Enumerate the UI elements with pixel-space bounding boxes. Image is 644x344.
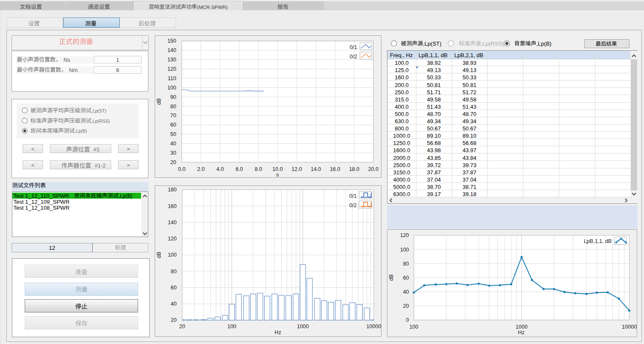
svg-text:48.70: 48.70: [462, 111, 477, 117]
svg-text:51.43: 51.43: [427, 104, 441, 110]
svg-text:315.0: 315.0: [395, 96, 409, 103]
svg-text:Freq., Hz: Freq., Hz: [390, 52, 413, 58]
svg-text:6300.0: 6300.0: [393, 191, 410, 197]
svg-text:5000.0: 5000.0: [393, 184, 410, 190]
svg-text:50.33: 50.33: [462, 74, 477, 81]
svg-text:250.0: 250.0: [395, 89, 409, 95]
svg-text:89.10: 89.10: [427, 133, 441, 139]
svg-text:38.70: 38.70: [427, 184, 441, 190]
svg-text:<: <: [31, 162, 35, 168]
svg-text:56.68: 56.68: [462, 140, 477, 146]
svg-text:38.71: 38.71: [462, 184, 477, 190]
svg-text:#1: #1: [93, 146, 99, 153]
svg-text:37.87: 37.87: [462, 169, 477, 176]
svg-text:#1-2: #1-2: [95, 162, 106, 169]
svg-text:56.68: 56.68: [427, 140, 441, 146]
svg-text:50.67: 50.67: [462, 125, 477, 132]
svg-text:50.33: 50.33: [427, 74, 441, 81]
svg-text:51.72: 51.72: [462, 89, 477, 95]
svg-text:160.0: 160.0: [395, 74, 409, 81]
svg-text:1000.0: 1000.0: [393, 133, 410, 139]
svg-text:50.81: 50.81: [462, 82, 477, 88]
svg-text:89.10: 89.10: [462, 133, 477, 139]
svg-text:(MCR-SPWR): (MCR-SPWR): [197, 5, 228, 10]
svg-text:Test 1_12_110_SPWR: Test 1_12_110_SPWR: [14, 193, 69, 199]
svg-text:49.58: 49.58: [427, 96, 441, 103]
svg-text:,Lp(ST): ,Lp(ST): [423, 40, 442, 47]
svg-text:,Lp(B): ,Lp(B): [75, 128, 87, 133]
svg-text:630.0: 630.0: [395, 118, 409, 124]
svg-text:,Lp(B): ,Lp(B): [537, 40, 552, 47]
svg-text:,Lp(B): ,Lp(B): [118, 193, 133, 199]
svg-text:200.0: 200.0: [395, 82, 409, 88]
svg-text:43.98: 43.98: [427, 147, 441, 153]
svg-text:>: >: [127, 162, 130, 168]
svg-text:43.85: 43.85: [427, 155, 441, 161]
svg-text:Test 1_12_108_SPWR: Test 1_12_108_SPWR: [14, 205, 70, 211]
svg-text:3150.0: 3150.0: [393, 169, 410, 176]
svg-text:500.0: 500.0: [395, 111, 409, 117]
svg-text:37.04: 37.04: [462, 176, 477, 183]
svg-text:50.67: 50.67: [427, 125, 441, 132]
svg-text:49.13: 49.13: [462, 67, 477, 73]
svg-text:125.0: 125.0: [395, 67, 409, 73]
svg-text:1250.0: 1250.0: [393, 140, 410, 146]
svg-text:51.43: 51.43: [462, 104, 477, 110]
svg-text:LpB,1,1, dB: LpB,1,1, dB: [419, 52, 448, 58]
svg-text:Nm: Nm: [69, 67, 78, 73]
svg-text:48.70: 48.70: [427, 111, 441, 117]
svg-text:2000.0: 2000.0: [393, 155, 410, 161]
svg-text:38.92: 38.92: [427, 60, 441, 66]
svg-text:>: >: [127, 146, 130, 152]
svg-text:50.81: 50.81: [427, 82, 441, 88]
svg-text:,Lp(ST): ,Lp(ST): [92, 108, 107, 113]
svg-text:49.34: 49.34: [427, 118, 441, 124]
svg-text:49.58: 49.58: [462, 96, 477, 103]
svg-text:Test 1_12_109_SPWR: Test 1_12_109_SPWR: [14, 199, 70, 205]
svg-text:,Lp(RSS): ,Lp(RSS): [92, 119, 110, 124]
svg-text:37.04: 37.04: [427, 176, 441, 183]
svg-text:400.0: 400.0: [395, 104, 409, 110]
svg-text:39.17: 39.17: [427, 191, 441, 197]
svg-text:39.73: 39.73: [462, 162, 477, 168]
svg-text:LpB,2,1, dB: LpB,2,1, dB: [454, 52, 483, 58]
svg-text:49.13: 49.13: [427, 67, 441, 73]
svg-text:Ns: Ns: [64, 57, 70, 63]
svg-text:6: 6: [116, 67, 119, 73]
svg-text:4000.0: 4000.0: [393, 176, 410, 183]
svg-text:<: <: [31, 146, 35, 152]
svg-text:43.84: 43.84: [462, 155, 477, 161]
svg-text:51.71: 51.71: [427, 89, 441, 95]
svg-text:37.87: 37.87: [427, 169, 441, 176]
svg-text:100.0: 100.0: [395, 60, 409, 66]
svg-text:39.72: 39.72: [427, 162, 441, 168]
svg-text:1: 1: [116, 57, 119, 63]
svg-text:39.18: 39.18: [462, 191, 477, 197]
svg-text:12: 12: [49, 245, 55, 251]
svg-text:1600.0: 1600.0: [393, 147, 410, 153]
svg-text:49.34: 49.34: [462, 118, 477, 124]
svg-text:,Lp(RSS): ,Lp(RSS): [481, 40, 504, 47]
svg-text:2500.0: 2500.0: [393, 162, 410, 168]
svg-text:800.0: 800.0: [395, 125, 409, 132]
svg-text:38.93: 38.93: [462, 60, 477, 66]
svg-text:43.97: 43.97: [462, 147, 477, 153]
